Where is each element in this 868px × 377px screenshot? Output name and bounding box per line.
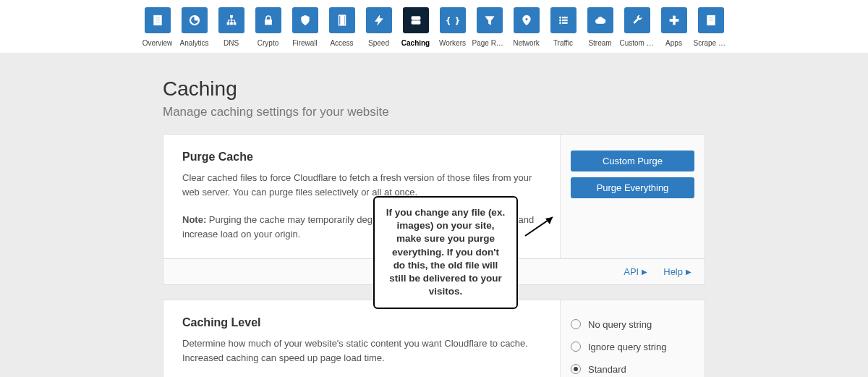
nav-label: Network <box>513 39 540 47</box>
api-link[interactable]: API▶ <box>624 266 647 277</box>
nav-label: Caching <box>401 39 430 47</box>
pie-icon <box>182 7 208 33</box>
nav-item-crypto[interactable]: Crypto <box>255 7 282 47</box>
svg-rect-8 <box>234 22 236 25</box>
nav-item-caching[interactable]: Caching <box>402 7 430 47</box>
svg-rect-6 <box>227 22 229 25</box>
nav-label: Analytics <box>180 39 209 47</box>
caching-level-option[interactable]: Standard <box>571 364 694 375</box>
nav-item-network[interactable]: Network <box>513 7 540 47</box>
annotation-callout: If you change any file (ex. images) on y… <box>373 196 518 309</box>
nav-label: Scrape Shi... <box>694 39 728 47</box>
nav-label: Overview <box>142 39 173 47</box>
radio-label: Ignore query string <box>588 342 666 352</box>
svg-point-18 <box>559 20 561 21</box>
radio-icon <box>571 364 581 374</box>
nav-item-dns[interactable]: DNS <box>218 7 245 47</box>
nav-item-firewall[interactable]: Firewall <box>292 7 319 47</box>
purge-everything-button[interactable]: Purge Everything <box>571 177 694 198</box>
custom-purge-button[interactable]: Custom Purge <box>571 151 694 171</box>
svg-rect-23 <box>670 20 678 22</box>
lock-icon <box>255 7 281 33</box>
svg-rect-12 <box>412 17 420 20</box>
nav-item-page-rules[interactable]: Page Rules <box>476 7 503 47</box>
radio-label: Standard <box>588 364 626 375</box>
wrench-icon <box>624 7 650 33</box>
svg-rect-19 <box>562 20 567 21</box>
nav-item-custom-p-[interactable]: Custom P... <box>624 7 651 47</box>
purge-title: Purge Cache <box>182 151 541 164</box>
annotation-arrow <box>524 214 560 239</box>
braces-icon: { } <box>440 7 466 33</box>
help-link[interactable]: Help▶ <box>663 266 692 277</box>
nav-item-stream[interactable]: Stream <box>587 7 614 47</box>
svg-rect-7 <box>230 22 232 25</box>
purge-cache-card: Purge Cache Clear cached files to force … <box>163 134 705 259</box>
door-icon <box>329 7 355 33</box>
nav-item-access[interactable]: Access <box>328 7 356 47</box>
nav-label: Apps <box>665 39 682 47</box>
page-subtitle: Manage caching settings for your website <box>163 105 705 119</box>
svg-rect-3 <box>156 22 160 22</box>
nav-item-overview[interactable]: Overview <box>144 7 171 47</box>
nav-label: Access <box>330 39 353 47</box>
nav-item-analytics[interactable]: Analytics <box>181 7 208 47</box>
nav-label: Firewall <box>292 39 317 47</box>
nav-label: Traffic <box>553 39 573 47</box>
page-body: Caching Manage caching settings for your… <box>0 53 868 377</box>
svg-text:{ }: { } <box>446 16 459 25</box>
svg-rect-5 <box>230 15 232 17</box>
nav-label: Speed <box>368 39 389 47</box>
nav-label: Crypto <box>258 39 278 47</box>
level-text: Determine how much of your website's sta… <box>182 336 541 365</box>
svg-rect-9 <box>265 20 271 25</box>
nav-item-traffic[interactable]: Traffic <box>550 7 577 47</box>
caching-level-option[interactable]: Ignore query string <box>571 342 694 352</box>
svg-rect-17 <box>562 17 567 19</box>
purge-note-label: Note: <box>182 214 206 225</box>
radio-icon <box>571 342 581 352</box>
radio-icon <box>571 319 581 329</box>
svg-rect-11 <box>340 15 344 25</box>
caching-level-option[interactable]: No query string <box>571 319 694 330</box>
nav-label: DNS <box>224 39 239 47</box>
nav-label: Stream <box>588 39 611 47</box>
drive-icon <box>403 7 429 33</box>
svg-point-16 <box>559 17 561 18</box>
plus-icon <box>661 7 687 33</box>
page-icon <box>698 7 724 33</box>
caching-level-card: Caching Level Determine how much of your… <box>163 300 705 377</box>
nav-item-scrape-shi-[interactable]: Scrape Shi... <box>697 7 725 47</box>
list-icon <box>550 7 576 33</box>
cloud-icon <box>587 7 613 33</box>
level-title: Caching Level <box>182 316 541 329</box>
svg-point-15 <box>525 18 528 21</box>
top-nav: OverviewAnalyticsDNSCryptoFirewallAccess… <box>0 0 868 53</box>
svg-rect-1 <box>156 17 160 18</box>
nav-item-speed[interactable]: Speed <box>365 7 393 47</box>
nav-label: Workers <box>439 39 466 47</box>
nav-item-apps[interactable]: Apps <box>660 7 688 47</box>
svg-rect-13 <box>412 21 420 25</box>
page-title: Caching <box>163 77 705 101</box>
radio-label: No query string <box>588 319 652 330</box>
bolt-icon <box>366 7 392 33</box>
svg-rect-2 <box>156 20 160 20</box>
svg-rect-25 <box>709 17 713 18</box>
svg-point-20 <box>559 22 561 24</box>
nav-label: Page Rules <box>472 39 507 47</box>
doc-icon <box>145 7 171 33</box>
funnel-icon <box>477 7 503 33</box>
nav-item-workers[interactable]: { }Workers <box>439 7 467 47</box>
svg-rect-21 <box>562 22 567 24</box>
pin-icon <box>514 7 540 33</box>
shield-icon <box>292 7 318 33</box>
nav-label: Custom P... <box>620 39 655 47</box>
svg-rect-26 <box>709 20 713 20</box>
tree-icon <box>218 7 244 33</box>
